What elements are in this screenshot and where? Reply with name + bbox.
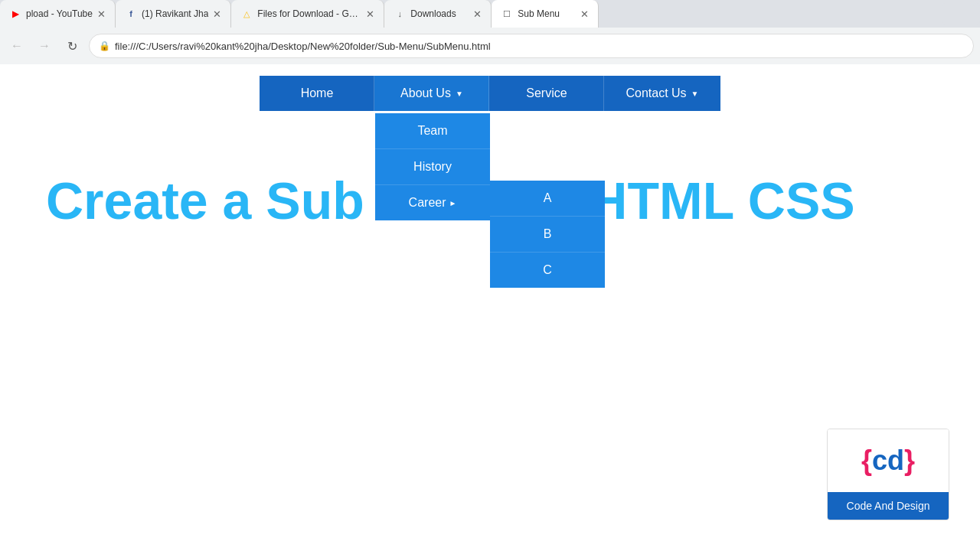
tab-favicon: ↓	[394, 8, 406, 20]
address-input-wrap[interactable]: 🔒 file:///C:/Users/ravi%20kant%20jha/Des…	[89, 34, 974, 58]
browser-tab-tab1[interactable]: ▶ pload - YouTube ✕	[0, 0, 116, 28]
career-arrow: ►	[449, 199, 457, 207]
nav-about[interactable]: About Us ▼	[374, 76, 489, 111]
tab-close-button[interactable]: ✕	[366, 8, 374, 20]
tab-title: Sub Menu	[518, 8, 576, 19]
logo-bracket-close: }	[904, 445, 915, 476]
nav-service[interactable]: Service	[489, 76, 604, 111]
browser-tab-tab2[interactable]: f (1) Ravikant Jha ✕	[116, 0, 231, 28]
tab-favicon: ☐	[501, 8, 513, 20]
tab-title: Files for Download - Goo...	[257, 8, 361, 19]
sub-item-c[interactable]: C	[490, 252, 605, 288]
nav-service-label: Service	[526, 86, 567, 100]
forward-button[interactable]: →	[34, 35, 55, 57]
lock-icon: 🔒	[99, 41, 110, 51]
browser-tab-tab3[interactable]: △ Files for Download - Goo... ✕	[231, 0, 384, 28]
nav-about-label: About Us	[400, 86, 451, 100]
tab-title: pload - YouTube	[26, 8, 93, 19]
nav-contact[interactable]: Contact Us ▼	[604, 76, 720, 111]
nav-home-label: Home	[301, 86, 334, 100]
tab-bar: ▶ pload - YouTube ✕ f (1) Ravikant Jha ✕…	[0, 0, 980, 28]
logo-tagline: Code And Design	[828, 492, 949, 520]
dropdown-history[interactable]: History	[375, 148, 490, 184]
sub-item-b[interactable]: B	[490, 216, 605, 252]
dropdown-col-main: Team History Career ►	[375, 113, 490, 288]
tab-extra-controls	[942, 3, 980, 24]
tab-title: Downloads	[410, 8, 469, 19]
tab-close-button[interactable]: ✕	[580, 8, 589, 20]
dropdown-career[interactable]: Career ►	[375, 184, 490, 220]
tab-close-button[interactable]: ✕	[473, 8, 482, 20]
nav-contact-arrow: ▼	[691, 90, 699, 98]
nav-home[interactable]: Home	[260, 76, 374, 111]
tab-favicon: △	[240, 8, 253, 20]
address-text: file:///C:/Users/ravi%20kant%20jha/Deskt…	[115, 41, 964, 52]
address-bar: ← → ↻ 🔒 file:///C:/Users/ravi%20kant%20j…	[0, 28, 980, 64]
nav-contact-label: Contact Us	[626, 86, 686, 100]
tab-favicon: ▶	[9, 8, 21, 20]
logo-top: {cd}	[828, 429, 949, 492]
tab-close-button[interactable]: ✕	[213, 8, 221, 20]
page-content: Home About Us ▼ Service Contact Us ▼ Tea…	[0, 64, 980, 551]
sub-dropdown-career: A B C	[490, 181, 605, 288]
reload-button[interactable]: ↻	[61, 35, 83, 57]
sub-item-a[interactable]: A	[490, 181, 605, 216]
dropdown-menu: Team History Career ► A B C	[375, 113, 605, 288]
tab-title: (1) Ravikant Jha	[142, 8, 208, 19]
tab-close-button[interactable]: ✕	[97, 8, 106, 20]
logo-cd-text: cd	[872, 445, 904, 476]
browser-window: ▶ pload - YouTube ✕ f (1) Ravikant Jha ✕…	[0, 0, 980, 551]
logo-bracket-open: {	[861, 445, 872, 476]
dropdown-team[interactable]: Team	[375, 113, 490, 148]
browser-tab-tab4[interactable]: ↓ Downloads ✕	[384, 0, 492, 28]
nav-menu: Home About Us ▼ Service Contact Us ▼	[0, 64, 980, 111]
tab-favicon: f	[125, 8, 137, 20]
back-button[interactable]: ←	[6, 35, 28, 57]
nav-about-arrow: ▼	[456, 90, 463, 98]
browser-tab-tab5[interactable]: ☐ Sub Menu ✕	[492, 0, 599, 28]
logo-badge: {cd} Code And Design	[827, 429, 949, 520]
